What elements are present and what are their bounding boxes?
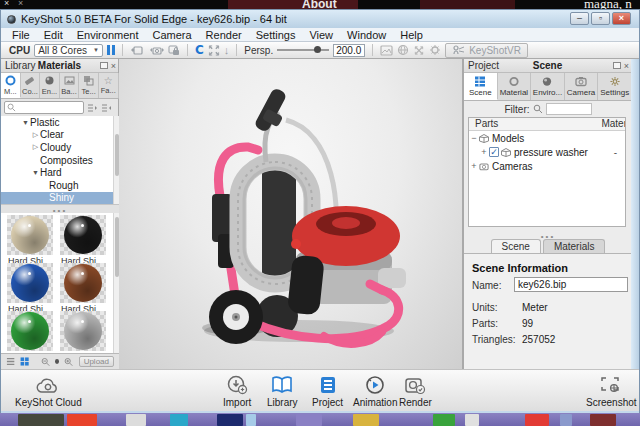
tree-item-rough[interactable]: Rough	[1, 179, 119, 192]
project-panel-header[interactable]: Project Scene ×	[464, 59, 631, 73]
maximize-button[interactable]: ▫	[591, 12, 610, 25]
tree-item-hard[interactable]: ▼Hard	[1, 166, 119, 179]
panel-splitter[interactable]: •••	[464, 231, 632, 239]
menu-environment[interactable]: Environment	[70, 29, 146, 41]
panel-splitter[interactable]: •••	[1, 205, 119, 213]
viewport-3d-model[interactable]	[174, 84, 414, 349]
material-thumbnail[interactable]: Hard Shi...	[5, 263, 55, 314]
taskbar-icon[interactable]	[18, 414, 64, 426]
tab-textures[interactable]: Te...	[79, 73, 99, 98]
titlebar[interactable]: KeyShot 5.0 BETA For Solid Edge - key626…	[1, 10, 639, 28]
minimize-button[interactable]: –	[570, 12, 589, 25]
close-button[interactable]: ×	[612, 12, 631, 25]
menu-edit[interactable]: Edit	[37, 29, 70, 41]
zoom-out-icon[interactable]	[41, 357, 50, 367]
pause-button[interactable]	[107, 45, 115, 55]
settings-gear-icon[interactable]	[429, 44, 441, 56]
keyshotvr-button[interactable]: KeyShotVR	[445, 43, 528, 58]
expanded-arrow-icon[interactable]: ▼	[21, 119, 30, 126]
resize-arrows-icon[interactable]	[413, 45, 425, 56]
render-queue-icon[interactable]	[130, 45, 145, 56]
refresh-icon[interactable]: C	[195, 43, 204, 57]
cores-dropdown[interactable]: All 8 Cores ▼	[34, 44, 103, 57]
search-input[interactable]	[4, 101, 84, 114]
thumbnail-size-dot[interactable]	[55, 359, 60, 364]
expanded-arrow-icon[interactable]: ▼	[31, 169, 40, 176]
tree-item-cloudy[interactable]: ▷Cloudy	[1, 141, 119, 154]
taskbar-icon[interactable]	[126, 414, 146, 426]
taskbar-icon[interactable]	[465, 414, 479, 426]
keyshot-cloud-button[interactable]: KeyShot Cloud	[15, 377, 82, 408]
material-thumbnail[interactable]: Hard Shi...	[58, 215, 108, 266]
menu-help[interactable]: Help	[393, 29, 430, 41]
tree-item-shiny[interactable]: Shiny	[1, 192, 119, 205]
tree-item-composites[interactable]: Composites	[1, 154, 119, 167]
collapsed-arrow-icon[interactable]: ▷	[31, 131, 40, 139]
menu-file[interactable]: File	[5, 29, 37, 41]
realtime-viewport[interactable]	[119, 59, 463, 369]
project-button[interactable]: Project	[312, 375, 343, 408]
fullscreen-icon[interactable]	[208, 45, 220, 56]
environment-sphere-icon[interactable]	[397, 44, 409, 56]
filter-search-icon[interactable]	[533, 104, 543, 114]
expand-icon[interactable]: +	[469, 161, 479, 171]
image-size-icon[interactable]	[380, 45, 393, 56]
menu-settings[interactable]: Settings	[249, 29, 303, 41]
camera-cycle-icon[interactable]	[149, 45, 164, 56]
material-thumbnail[interactable]: Hard Shi...	[5, 311, 55, 353]
slider-handle[interactable]	[314, 46, 321, 53]
menu-window[interactable]: Window	[340, 29, 393, 41]
taskbar-icon[interactable]	[296, 414, 322, 426]
scene-name-input[interactable]	[514, 277, 628, 292]
tab-material[interactable]: Material	[498, 73, 532, 100]
menu-render[interactable]: Render	[199, 29, 249, 41]
taskbar-icon[interactable]	[246, 414, 256, 426]
menu-camera[interactable]: Camera	[145, 29, 198, 41]
expand-icon[interactable]: +	[479, 147, 489, 157]
library-panel-header[interactable]: Library Materials ×	[1, 59, 118, 73]
menu-view[interactable]: View	[302, 29, 340, 41]
focal-length-input[interactable]	[333, 44, 365, 57]
material-thumbnail[interactable]: Hard Shi...	[58, 311, 108, 353]
cpu-button[interactable]: CPU	[9, 45, 30, 56]
tab-camera[interactable]: Camera	[565, 73, 599, 100]
expand-tree-icon[interactable]	[101, 103, 112, 113]
tab-colors[interactable]: Co...	[21, 73, 41, 98]
hide-ui-arrow-icon[interactable]: ↓	[224, 44, 230, 56]
tab-environment[interactable]: Enviro...	[531, 73, 565, 100]
material-thumbnail[interactable]: Hard Shi...	[5, 215, 55, 266]
taskbar-icon[interactable]	[217, 414, 243, 426]
taskbar-icon[interactable]	[525, 414, 549, 426]
subtab-materials[interactable]: Materials	[543, 239, 606, 253]
screenshot-button[interactable]: Screenshot	[586, 375, 637, 408]
background-close-icon[interactable]: ×	[18, 0, 23, 8]
close-panel-icon[interactable]: ×	[624, 62, 629, 70]
grid-view-icon[interactable]	[20, 357, 29, 366]
collapse-icon[interactable]: −	[469, 133, 479, 143]
material-thumbnail[interactable]: Hard Shi...	[58, 263, 108, 314]
undock-icon[interactable]	[100, 62, 108, 69]
tab-backplates[interactable]: Ba...	[60, 73, 80, 98]
list-view-icon[interactable]	[6, 357, 15, 366]
persp-slider[interactable]	[277, 49, 329, 51]
taskbar-icon[interactable]	[590, 414, 616, 426]
close-panel-icon[interactable]: ×	[111, 62, 116, 70]
taskbar[interactable]	[0, 413, 640, 426]
visibility-checkbox[interactable]: ✓	[489, 147, 499, 157]
tree-row-pressure-washer[interactable]: + ✓ pressure washer -	[469, 145, 625, 159]
subtab-scene[interactable]: Scene	[491, 239, 541, 253]
tree-row-cameras[interactable]: + Cameras	[469, 159, 625, 173]
filter-input[interactable]	[546, 103, 592, 115]
import-button[interactable]: Import	[223, 375, 251, 408]
taskbar-icon[interactable]	[170, 414, 188, 426]
undock-icon[interactable]	[613, 62, 621, 69]
animation-button[interactable]: Animation	[353, 375, 397, 408]
tree-row-models[interactable]: − Models	[469, 131, 625, 145]
tab-settings[interactable]: Settings	[598, 73, 632, 100]
collapse-tree-icon[interactable]	[87, 103, 98, 113]
taskbar-icon[interactable]	[67, 414, 97, 426]
zoom-in-icon[interactable]	[64, 357, 73, 367]
render-button[interactable]: Render	[399, 375, 432, 408]
taskbar-icon[interactable]	[433, 414, 455, 426]
background-close-icon[interactable]: ×	[4, 0, 9, 8]
